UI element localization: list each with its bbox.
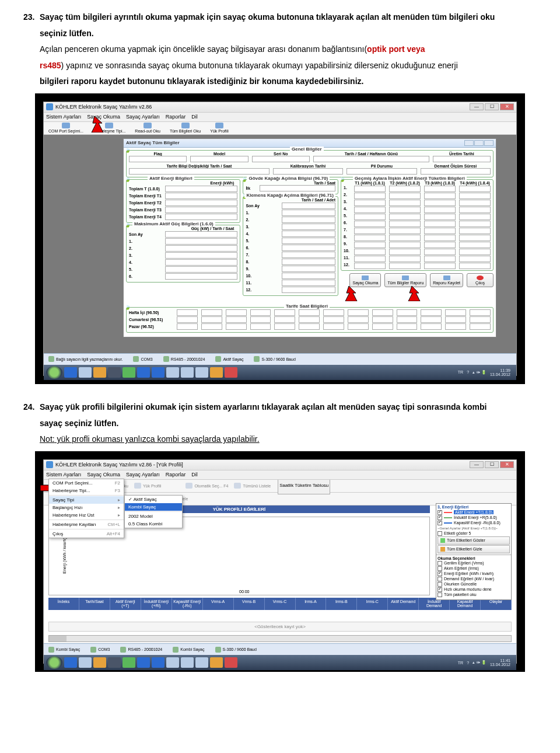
start-button-icon[interactable]: [46, 656, 62, 669]
input-field[interactable]: [421, 316, 442, 323]
taskbar-icon[interactable]: [181, 657, 194, 668]
inner-min-button[interactable]: [464, 140, 474, 146]
input-field[interactable]: [354, 249, 386, 255]
input-field[interactable]: [354, 242, 386, 248]
input-field[interactable]: [226, 309, 247, 316]
input-field[interactable]: [389, 193, 421, 199]
input-field[interactable]: [424, 193, 456, 199]
input-field[interactable]: [459, 256, 491, 262]
input-field[interactable]: [445, 316, 466, 323]
series-checkbox[interactable]: [438, 510, 442, 515]
dropdown-item[interactable]: Haberleşme Tipi...F3: [49, 487, 124, 494]
taskbar-icon[interactable]: [137, 657, 150, 668]
tum-etiketleri-goster-button[interactable]: Tüm Etiketleri Göster: [438, 536, 510, 545]
input-field[interactable]: [354, 186, 386, 192]
chk-okurken-guncelle[interactable]: [438, 582, 442, 587]
taskbar-icon[interactable]: [210, 657, 223, 668]
input-field[interactable]: [389, 235, 421, 241]
input-field[interactable]: [424, 207, 456, 213]
input-field[interactable]: [282, 224, 335, 230]
input-field[interactable]: [470, 323, 491, 330]
field-demant[interactable]: [421, 168, 491, 175]
input-field[interactable]: [165, 273, 237, 280]
taskbar-icon[interactable]: [123, 657, 135, 668]
tool-com-port[interactable]: COM Port Seçimi...: [48, 123, 83, 133]
field-uretim[interactable]: [433, 156, 491, 162]
taskbar-icon[interactable]: [64, 657, 77, 668]
input-field[interactable]: [470, 309, 491, 316]
sayac-okuma-button[interactable]: Sayaç Okuma: [349, 273, 381, 287]
help-icon[interactable]: ?: [467, 370, 469, 374]
taskbar-icon[interactable]: [210, 367, 223, 378]
input-field[interactable]: [165, 259, 237, 266]
input-field[interactable]: [282, 252, 335, 258]
dropdown-item[interactable]: Sayaç Tipi▸: [49, 496, 124, 504]
dropdown-item[interactable]: ÇıkışAlt+F4: [49, 530, 124, 538]
help-icon[interactable]: ?: [467, 661, 469, 665]
taskbar-icon[interactable]: [93, 367, 106, 378]
field-pil[interactable]: [346, 168, 416, 175]
input-field[interactable]: [459, 242, 491, 248]
input-field[interactable]: [165, 186, 237, 192]
taskbar-icon[interactable]: [195, 657, 208, 668]
okuma-checkbox[interactable]: [438, 577, 442, 581]
taskbar-icon[interactable]: [108, 657, 121, 668]
input-field[interactable]: [424, 235, 456, 241]
input-field[interactable]: [282, 280, 335, 286]
input-field[interactable]: [177, 316, 198, 323]
tool-yuk-profili-2[interactable]: Yük Profili: [134, 483, 162, 489]
input-field[interactable]: [354, 207, 386, 213]
input-field[interactable]: [282, 217, 335, 223]
maximize-button[interactable]: ☐: [485, 461, 499, 468]
taskbar-icon[interactable]: [152, 657, 164, 668]
input-field[interactable]: [424, 186, 456, 192]
menu-sistem-ayarlari-2[interactable]: Sistem Ayarları: [46, 472, 81, 477]
field-model[interactable]: [190, 156, 248, 162]
start-button-icon[interactable]: [46, 366, 62, 379]
tum-etiketleri-gizle-button[interactable]: Tüm Etiketleri Gizle: [438, 545, 510, 553]
submenu-item[interactable]: 0.5 Class Kombi: [125, 520, 182, 528]
input-field[interactable]: [165, 207, 237, 213]
menu-sayac-okuma-2[interactable]: Sayaç Okuma: [87, 472, 120, 477]
taskbar-icon[interactable]: [166, 367, 179, 378]
okuma-checkbox[interactable]: [438, 566, 442, 571]
raporu-kaydet-button[interactable]: Raporu Kaydet: [430, 273, 463, 287]
input-field[interactable]: [282, 266, 335, 272]
field-flag[interactable]: [129, 156, 187, 162]
tool-readout[interactable]: Read-out Oku: [135, 123, 160, 133]
close-button[interactable]: ✕: [500, 103, 514, 110]
tool-tumunu-listele[interactable]: Tümünü Listele: [234, 483, 271, 489]
dropdown-item[interactable]: Haberleşme Hız Üst▸: [49, 511, 124, 519]
okuma-checkbox[interactable]: [438, 571, 442, 576]
input-field[interactable]: [354, 200, 386, 206]
input-field[interactable]: [323, 316, 344, 323]
input-field[interactable]: [165, 245, 237, 252]
input-field[interactable]: [354, 221, 386, 227]
input-field[interactable]: [389, 214, 421, 220]
input-field[interactable]: [282, 287, 335, 293]
input-field[interactable]: [282, 231, 335, 237]
input-field[interactable]: [274, 316, 295, 323]
input-field[interactable]: [299, 316, 320, 323]
input-field[interactable]: [250, 323, 271, 330]
menu-dil[interactable]: Dil: [191, 114, 198, 120]
input-field[interactable]: [459, 214, 491, 220]
input-field[interactable]: [424, 221, 456, 227]
menu-raporlar[interactable]: Raporlar: [166, 114, 186, 120]
input-field[interactable]: [323, 323, 344, 330]
chk-etiketi-goster[interactable]: [438, 531, 442, 536]
input-field[interactable]: [372, 323, 393, 330]
inner-close-button[interactable]: [484, 140, 494, 146]
input-field[interactable]: [424, 263, 456, 269]
input-field[interactable]: [250, 309, 271, 316]
input-field[interactable]: [165, 252, 237, 259]
input-field[interactable]: [459, 263, 491, 269]
saatlik-tuketim-button[interactable]: Saatlik Tüketim Tablosu: [278, 477, 330, 494]
input-field[interactable]: [424, 242, 456, 248]
inner-max-button[interactable]: [474, 140, 484, 146]
input-field[interactable]: [299, 323, 320, 330]
input-field[interactable]: [354, 235, 386, 241]
okuma-checkbox[interactable]: [438, 561, 442, 566]
field-seri-no[interactable]: [252, 156, 310, 162]
input-field[interactable]: [201, 309, 222, 316]
